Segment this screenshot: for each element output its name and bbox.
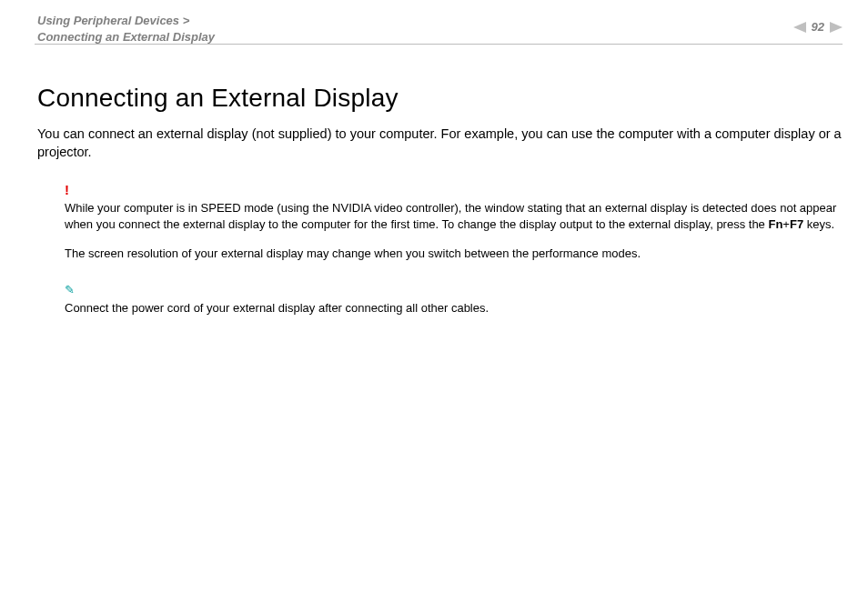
content-area: Connecting an External Display You can c… xyxy=(37,84,843,317)
note-icon-row: ✎ xyxy=(65,282,843,298)
page-title: Connecting an External Display xyxy=(37,84,843,113)
next-page-icon[interactable] xyxy=(830,22,843,33)
prev-page-icon[interactable] xyxy=(793,22,806,33)
page-number: 92 xyxy=(812,20,824,34)
page-nav: 92 xyxy=(793,20,843,34)
key-f7: F7 xyxy=(790,217,803,231)
warn1-part-d: keys. xyxy=(803,217,834,231)
manual-page: Using Peripheral Devices > Connecting an… xyxy=(0,0,868,613)
intro-paragraph: You can connect an external display (not… xyxy=(37,126,843,161)
warning-icon: ! xyxy=(65,181,843,200)
warning-text-1: While your computer is in SPEED mode (us… xyxy=(65,200,843,233)
key-fn: Fn xyxy=(768,217,782,231)
tip-text: Connect the power cord of your external … xyxy=(65,300,843,317)
svg-marker-1 xyxy=(830,22,843,33)
warning-text-2: The screen resolution of your external d… xyxy=(65,246,843,262)
svg-marker-0 xyxy=(793,22,806,33)
breadcrumb-section: Using Peripheral Devices > xyxy=(37,14,189,27)
breadcrumb: Using Peripheral Devices > Connecting an… xyxy=(37,13,215,45)
breadcrumb-current: Connecting an External Display xyxy=(37,30,215,44)
key-plus: + xyxy=(782,217,790,231)
warn1-part-a: While your computer is in SPEED mode (us… xyxy=(65,201,836,231)
notes-block: ! While your computer is in SPEED mode (… xyxy=(65,181,843,316)
header-divider xyxy=(35,44,843,45)
pencil-icon: ✎ xyxy=(65,283,75,296)
